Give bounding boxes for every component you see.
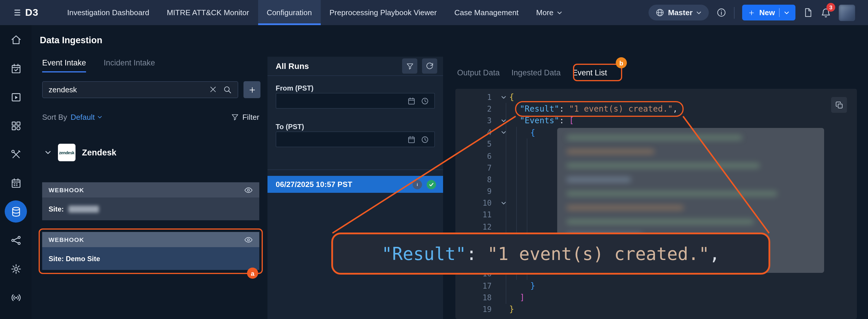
redacted-line <box>566 163 760 168</box>
document-icon[interactable] <box>803 8 813 17</box>
group-name: Zendesk <box>82 148 117 157</box>
run-list-item[interactable]: 06/27/2025 10:57 PST <box>268 176 443 193</box>
site-label: Site: Demo Site <box>49 254 100 262</box>
clock-icon[interactable] <box>421 97 429 105</box>
clear-search-icon[interactable] <box>209 85 217 94</box>
eye-icon[interactable] <box>244 185 253 194</box>
calendar-icon[interactable] <box>407 135 415 143</box>
app-window: D3 Investigation Dashboard MITRE ATT&CK … <box>0 0 868 319</box>
d3-logo[interactable]: D3 <box>14 7 38 19</box>
indent-guide <box>506 103 506 304</box>
nav-item-more[interactable]: More <box>527 0 571 25</box>
master-environment-dropdown[interactable]: Master <box>649 5 709 21</box>
card-type-label: WEBHOOK <box>49 186 84 193</box>
chevron-down-icon <box>696 10 702 15</box>
search-row <box>42 81 260 98</box>
button-divider <box>779 8 780 17</box>
runs-refresh-button[interactable] <box>422 59 437 74</box>
logo-bars-icon <box>14 8 23 17</box>
card-type-label: WEBHOOK <box>49 236 84 243</box>
runs-divider <box>268 170 443 170</box>
from-datetime-input[interactable] <box>276 93 435 109</box>
sort-by-label: Sort By <box>42 113 67 121</box>
utilities-tools-icon[interactable] <box>5 143 27 165</box>
copy-code-button[interactable] <box>831 97 847 113</box>
webhook-card-1[interactable]: WEBHOOK Site: <box>42 182 259 220</box>
chevron-down-icon <box>784 10 789 15</box>
code-line: 19} <box>455 304 857 315</box>
chevron-down-icon <box>97 114 102 120</box>
settings-gear-icon[interactable] <box>5 258 27 280</box>
info-icon[interactable] <box>717 8 727 17</box>
page-title: Data Ingestion <box>40 35 102 45</box>
calendar-icon[interactable] <box>407 97 415 105</box>
webhook-card-demo-site[interactable]: WEBHOOK Site: Demo Site <box>42 232 259 270</box>
nav-item-configuration[interactable]: Configuration <box>258 0 321 25</box>
indent-guide <box>527 138 527 280</box>
sort-dropdown[interactable]: Default <box>70 113 102 121</box>
top-navbar: D3 Investigation Dashboard MITRE ATT&CK … <box>0 0 868 25</box>
plus-icon <box>748 9 755 16</box>
tab-event-list[interactable]: Event List <box>572 68 607 77</box>
refresh-icon <box>426 62 434 70</box>
chevron-down-icon[interactable] <box>44 149 52 156</box>
search-icon[interactable] <box>223 85 232 94</box>
link-analysis-icon[interactable] <box>5 229 27 251</box>
annotation-badge-b: b <box>616 57 627 68</box>
search-field-wrap <box>42 81 238 98</box>
card-body: Site: <box>42 198 259 220</box>
chevron-down-icon <box>556 10 562 15</box>
card-header: WEBHOOK <box>42 232 259 247</box>
tab-incident-intake[interactable]: Incident Intake <box>103 59 155 72</box>
add-integration-button[interactable] <box>244 81 260 98</box>
broadcast-icon[interactable] <box>5 286 27 309</box>
code-line-events: 3"Events": [ <box>455 115 857 127</box>
funnel-icon <box>406 62 413 70</box>
all-runs-title: All Runs <box>276 61 309 71</box>
data-view-tabs: Output Data Ingested Data Event List <box>457 68 607 77</box>
navbar-right-cluster: Master New 3 <box>649 4 868 21</box>
redacted-line <box>566 135 742 140</box>
card-body: Site: Demo Site <box>42 247 259 270</box>
copy-icon <box>835 101 843 109</box>
runs-filter-button[interactable] <box>402 59 417 74</box>
home-icon[interactable] <box>5 29 27 51</box>
playbook-icon[interactable] <box>5 86 27 108</box>
all-runs-panel: All Runs From (PST) To (PST) 06/27/2025 … <box>268 57 443 319</box>
integrations-icon[interactable] <box>5 114 27 137</box>
tab-ingested-data[interactable]: Ingested Data <box>512 68 561 77</box>
blurred-event-content <box>557 128 824 273</box>
nav-item-investigation-dashboard[interactable]: Investigation Dashboard <box>58 0 158 25</box>
new-button[interactable]: New <box>742 5 796 21</box>
to-datetime-input[interactable] <box>276 132 435 147</box>
eye-icon[interactable] <box>244 235 253 244</box>
nav-item-case-management[interactable]: Case Management <box>445 0 527 25</box>
nav-item-mitre-attack-monitor[interactable]: MITRE ATT&CK Monitor <box>158 0 258 25</box>
run-info-icon[interactable] <box>413 180 422 189</box>
zendesk-logo: zendesk <box>58 144 75 161</box>
main-nav: Investigation Dashboard MITRE ATT&CK Mon… <box>58 0 571 25</box>
run-success-icon <box>427 180 436 189</box>
card-header: WEBHOOK <box>42 182 259 198</box>
redacted-line <box>566 233 643 238</box>
notifications-button[interactable]: 3 <box>820 7 831 18</box>
all-runs-header: All Runs <box>268 57 443 76</box>
schedule-calendar-icon[interactable] <box>5 172 27 194</box>
code-line: 18] <box>455 291 857 303</box>
code-line-result: 2"Result": "1 event(s) created.", <box>455 103 857 114</box>
notification-count-badge: 3 <box>827 3 835 11</box>
plus-icon <box>248 85 256 94</box>
data-ingestion-icon[interactable] <box>5 201 27 223</box>
clock-icon[interactable] <box>421 135 429 143</box>
fold-chevron-icon[interactable] <box>500 94 506 100</box>
tab-output-data[interactable]: Output Data <box>457 68 500 77</box>
filter-button[interactable]: Filter <box>231 113 259 121</box>
globe-icon <box>656 8 664 17</box>
calendar-check-icon[interactable] <box>5 57 27 79</box>
nav-item-preprocessing-playbook-viewer[interactable]: Preprocessing Playbook Viewer <box>321 0 446 25</box>
user-avatar[interactable] <box>839 4 855 21</box>
redacted-line <box>566 177 631 182</box>
integration-group-zendesk[interactable]: zendesk Zendesk <box>44 144 117 161</box>
tab-event-intake[interactable]: Event Intake <box>42 59 86 72</box>
to-label: To (PST) <box>276 123 304 131</box>
